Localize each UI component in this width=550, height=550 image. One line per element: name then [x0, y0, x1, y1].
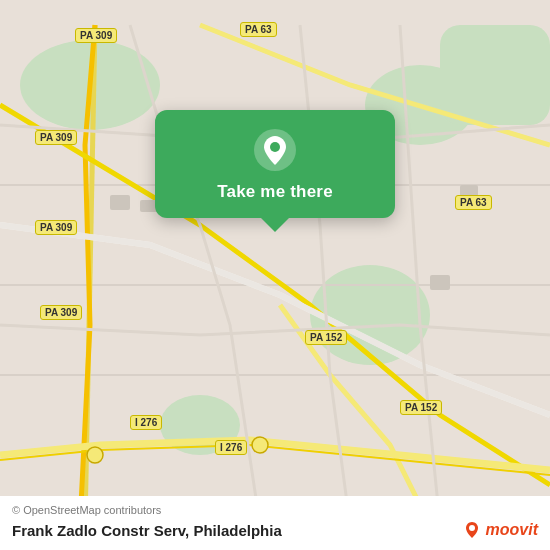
svg-point-20 — [469, 525, 475, 531]
place-name: Frank Zadlo Constr Serv, Philadelphia — [12, 522, 282, 539]
svg-point-19 — [270, 142, 280, 152]
map-background — [0, 0, 550, 550]
road-label-pa309-left2: PA 309 — [35, 220, 77, 235]
location-pin-icon — [253, 128, 297, 172]
moovit-pin-icon — [462, 520, 482, 540]
take-me-there-button[interactable]: Take me there — [217, 182, 333, 202]
road-label-pa63-right: PA 63 — [455, 195, 492, 210]
moovit-logo: moovit — [462, 520, 538, 540]
popup-card: Take me there — [155, 110, 395, 218]
road-label-pa309-left1: PA 309 — [35, 130, 77, 145]
svg-rect-5 — [440, 25, 550, 125]
svg-rect-13 — [110, 195, 130, 210]
road-label-i276-left: I 276 — [130, 415, 162, 430]
svg-rect-17 — [430, 275, 450, 290]
road-label-pa152-right: PA 152 — [400, 400, 442, 415]
road-label-pa309-top: PA 309 — [75, 28, 117, 43]
road-label-pa63-top: PA 63 — [240, 22, 277, 37]
road-label-pa309-left3: PA 309 — [40, 305, 82, 320]
road-label-pa152-center: PA 152 — [305, 330, 347, 345]
moovit-brand-text: moovit — [486, 521, 538, 539]
svg-point-11 — [87, 447, 103, 463]
svg-point-12 — [252, 437, 268, 453]
road-label-i276-right: I 276 — [215, 440, 247, 455]
map-container: PA 309 PA 63 PA 309 PA 309 PA 309 PA 63 … — [0, 0, 550, 550]
map-attribution: © OpenStreetMap contributors — [12, 504, 538, 516]
bottom-bar: © OpenStreetMap contributors Frank Zadlo… — [0, 496, 550, 550]
